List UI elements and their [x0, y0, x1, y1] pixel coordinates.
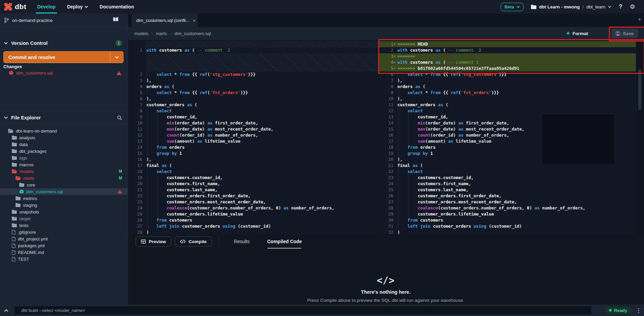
- beta-dropdown[interactable]: Beta: [501, 3, 523, 11]
- code-line[interactable]: 1+<<<<<<< HEAD: [379, 41, 636, 47]
- compile-button[interactable]: Compile: [175, 236, 212, 247]
- code-line[interactable]: 9 customer_id,: [128, 114, 379, 120]
- code-line[interactable]: 7),: [379, 78, 636, 84]
- code-line[interactable]: 1with customers as ( -- comment 2: [128, 47, 379, 53]
- code-line[interactable]: 6 select * from {{ ref('stg_customers')}…: [379, 71, 636, 78]
- kebab-menu-icon[interactable]: ⋮: [636, 307, 641, 314]
- code-line[interactable]: 28): [128, 229, 379, 234]
- tab-dim-customers[interactable]: dim_customers.sql (confli... ×: [132, 13, 198, 27]
- close-icon[interactable]: ×: [193, 18, 196, 23]
- code-line[interactable]: 25 customer_orders.lifetime_value: [128, 211, 379, 217]
- code-line[interactable]: 11 max(order_date) as most_recent_order_…: [128, 126, 379, 132]
- tree-item-snapshots[interactable]: snapshots: [0, 208, 128, 215]
- chevron-up-icon[interactable]: [4, 309, 8, 312]
- tree-item-readme-md[interactable]: README.md: [0, 249, 128, 256]
- code-line[interactable]: 13 sum(amount) as lifetime_value: [128, 138, 379, 144]
- code-line[interactable]: 10 min(order_date) as first_order_date,: [128, 120, 379, 126]
- format-button[interactable]: ✦ Format: [566, 29, 588, 37]
- code-line[interactable]: 12 count(order_id) as number_of_orders,: [128, 132, 379, 138]
- commit-and-resolve-button[interactable]: Commit and resolve: [3, 51, 123, 63]
- tree-item-dbt-project-yml[interactable]: dbt_project.yml: [0, 235, 128, 242]
- tree-item-models[interactable]: modelsM: [0, 168, 128, 175]
- commit-options-caret[interactable]: [110, 52, 123, 63]
- help-icon[interactable]: ?: [619, 3, 622, 10]
- code-line[interactable]: 3),: [128, 78, 379, 84]
- tree-item-metrics[interactable]: metrics: [0, 195, 128, 202]
- preview-button[interactable]: Preview: [136, 236, 171, 247]
- tree-item-core[interactable]: core: [0, 181, 128, 188]
- tab-results[interactable]: Results: [234, 234, 250, 249]
- tree-item-dim-customers-sql[interactable]: dim_customers.sql: [0, 188, 128, 195]
- code-line[interactable]: 3+=======: [379, 53, 636, 59]
- code-line[interactable]: 18 select: [128, 169, 379, 175]
- tree-item-dbt-learn-on-demand[interactable]: dbt-learn-on-demand: [0, 127, 128, 134]
- code-line[interactable]: 32): [379, 229, 636, 234]
- code-line[interactable]: 2 select * from {{ ref('stg_customers')}…: [128, 71, 379, 78]
- scrollbar-thumb[interactable]: [638, 69, 641, 110]
- code-line[interactable]: 25 customers.last_name,: [379, 187, 636, 193]
- code-line[interactable]: 31 left join customer_orders using (cust…: [379, 223, 636, 229]
- code-line[interactable]: 2with customers as ( -- comment 2: [379, 47, 636, 53]
- code-line[interactable]: 16),: [128, 156, 379, 163]
- diff-pane-modified[interactable]: 1+<<<<<<< HEAD2with customers as ( -- co…: [379, 40, 636, 234]
- code-line[interactable]: 5+>>>>>>> b81f802a66fd544504c65721e3ffaa…: [379, 65, 636, 71]
- docs-book-icon[interactable]: [109, 17, 122, 23]
- code-line[interactable]: 8 select: [128, 108, 379, 114]
- code-line[interactable]: 26 customer_orders.first_order_date,: [379, 193, 636, 199]
- nav-tab-deploy[interactable]: Deploy: [67, 0, 88, 13]
- nav-tab-develop[interactable]: Develop: [37, 0, 55, 13]
- diff-pane-original[interactable]: 1with customers as ( -- comment 22 selec…: [128, 40, 379, 234]
- code-line[interactable]: 10),: [379, 96, 636, 102]
- code-line[interactable]: 19 customers.customer_id,: [128, 175, 379, 181]
- breadcrumb-file[interactable]: dim_customers.sql: [174, 31, 211, 36]
- code-line[interactable]: 5 select * from {{ ref('fct_orders')}}: [128, 90, 379, 96]
- new-tab-icon[interactable]: +: [636, 16, 643, 23]
- code-line[interactable]: 22 customer_orders.first_order_date,: [128, 193, 379, 199]
- code-line[interactable]: 23 customers.customer_id,: [379, 175, 636, 181]
- tab-compiled-code[interactable]: Compiled Code: [267, 234, 302, 249]
- tree-item-analysis[interactable]: analysis: [0, 134, 128, 141]
- tree-item-data[interactable]: data: [0, 141, 128, 148]
- code-line[interactable]: 21 customers.last_name,: [128, 187, 379, 193]
- breadcrumb-models[interactable]: models: [134, 31, 148, 36]
- code-line[interactable]: 26 from customers: [128, 217, 379, 223]
- code-line[interactable]: 24 customers.first_name,: [379, 181, 636, 187]
- code-line[interactable]: 28 coalesce(customer_orders.number_of_or…: [379, 205, 636, 211]
- code-line[interactable]: 20 customers.first_name,: [128, 181, 379, 187]
- tree-item--gitignore[interactable]: .gitignore: [0, 229, 128, 235]
- command-input[interactable]: dbt build --select <model_name>: [15, 306, 591, 314]
- code-line[interactable]: 27 left join customer_orders using (cust…: [128, 223, 379, 229]
- breadcrumb-marts[interactable]: marts: [156, 31, 167, 36]
- code-line[interactable]: 27 customer_orders.most_recent_order_dat…: [379, 199, 636, 205]
- account-project-switcher[interactable]: dbt Learn - mwong / dbt_learn: [531, 4, 612, 9]
- code-line[interactable]: 4orders as (: [128, 84, 379, 90]
- code-line[interactable]: 15 group by 1: [128, 150, 379, 156]
- code-line[interactable]: 8orders as (: [379, 84, 636, 90]
- tree-item-logs[interactable]: logs: [0, 154, 128, 161]
- tree-item-test[interactable]: TEST: [0, 256, 128, 262]
- editor-scrollbar[interactable]: [636, 40, 644, 234]
- code-line[interactable]: 23 customer_orders.most_recent_order_dat…: [128, 199, 379, 205]
- code-line[interactable]: 9 select * from {{ ref('fct_orders')}}: [379, 90, 636, 96]
- status-badge[interactable]: Ready: [605, 307, 631, 314]
- tree-item-packages-yml[interactable]: packages.yml: [0, 242, 128, 249]
- dbt-logo[interactable]: dbt: [3, 2, 26, 11]
- code-line[interactable]: 29 customer_orders.lifetime_value: [379, 211, 636, 217]
- nav-tab-documentation[interactable]: Documentation: [100, 0, 134, 13]
- code-line[interactable]: 24 coalesce(customer_orders.number_of_or…: [128, 205, 379, 211]
- code-line[interactable]: 7customer_orders as (: [128, 102, 379, 108]
- search-icon[interactable]: [117, 115, 122, 120]
- code-line[interactable]: 30 from customers: [379, 217, 636, 223]
- code-line[interactable]: 6),: [128, 96, 379, 102]
- tree-item-tests[interactable]: tests: [0, 222, 128, 229]
- code-line[interactable]: 11customer_orders as (: [379, 102, 636, 108]
- tree-item-target[interactable]: target: [0, 215, 128, 222]
- file-explorer-header[interactable]: File Explorer: [0, 111, 128, 124]
- tree-item-staging[interactable]: staging: [0, 202, 128, 208]
- changed-file-row[interactable]: dim_customers.sql: [0, 69, 128, 76]
- code-line[interactable]: 17final as (: [128, 163, 379, 169]
- version-control-header[interactable]: Version Control 1: [0, 37, 128, 50]
- code-line[interactable]: 4+with customers as ( -- comment 1: [379, 59, 636, 65]
- code-line[interactable]: 22 select: [379, 169, 636, 175]
- tree-item-macros[interactable]: macros: [0, 161, 128, 168]
